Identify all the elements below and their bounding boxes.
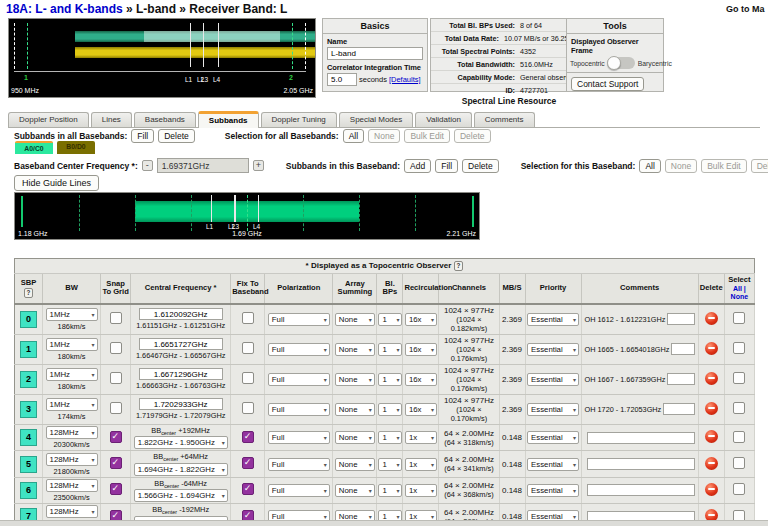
comment-input[interactable] xyxy=(667,313,694,325)
comment-input[interactable] xyxy=(587,458,695,470)
polarization-select[interactable]: Full▾ xyxy=(268,343,330,356)
priority-select[interactable]: Essential▾ xyxy=(527,431,579,444)
fix-to-baseband-checkbox[interactable] xyxy=(242,372,254,384)
delete-selection-button[interactable]: Delete xyxy=(454,129,491,143)
bandwidth-select[interactable]: 1MHz▾ xyxy=(46,308,98,321)
sbp-help-icon[interactable]: ? xyxy=(24,288,34,298)
fix-to-baseband-checkbox[interactable] xyxy=(242,431,254,443)
comment-input[interactable] xyxy=(587,432,695,444)
snap-to-grid-checkbox[interactable] xyxy=(110,372,122,384)
array-summing-select[interactable]: None▾ xyxy=(335,373,375,386)
select-row-checkbox[interactable] xyxy=(733,372,745,384)
tab-subbands[interactable]: Subbands xyxy=(198,111,259,128)
subband-number-badge[interactable]: 6 xyxy=(20,482,37,499)
fix-to-baseband-checkbox[interactable] xyxy=(242,342,254,354)
recirculation-select[interactable]: 1x▾ xyxy=(405,484,437,497)
tab-doppler-position[interactable]: Doppler Position xyxy=(8,112,89,127)
tab-doppler-tuning[interactable]: Doppler Tuning xyxy=(261,112,337,127)
fix-to-baseband-checkbox[interactable] xyxy=(242,483,254,495)
frequency-increment-button[interactable]: + xyxy=(253,160,264,171)
delete-button[interactable]: Delete xyxy=(462,159,499,173)
bl-bps-select[interactable]: 1▾ xyxy=(378,313,402,326)
central-frequency-select[interactable]: 1.694GHz - 1.822GHz▾ xyxy=(134,463,228,476)
recirculation-select[interactable]: 16x▾ xyxy=(405,403,437,416)
priority-select[interactable]: Essential▾ xyxy=(527,403,579,416)
polarization-select[interactable]: Full▾ xyxy=(268,484,330,497)
snap-to-grid-checkbox[interactable] xyxy=(110,402,122,414)
array-summing-select[interactable]: None▾ xyxy=(335,403,375,416)
central-frequency-select[interactable]: 1.566GHz - 1.694GHz▾ xyxy=(134,489,228,502)
priority-select[interactable]: Essential▾ xyxy=(527,458,579,471)
snap-to-grid-checkbox[interactable] xyxy=(110,312,122,324)
tab-basebands[interactable]: Basebands xyxy=(134,112,196,127)
snap-to-grid-checkbox[interactable] xyxy=(110,342,122,354)
select-none-link[interactable]: None xyxy=(731,293,749,300)
observer-frame-toggle[interactable] xyxy=(607,57,635,69)
bl-bps-select[interactable]: 1▾ xyxy=(378,373,402,386)
priority-select[interactable]: Essential▾ xyxy=(527,313,579,326)
select-row-checkbox[interactable] xyxy=(733,431,745,443)
fill-button[interactable]: Fill xyxy=(435,159,458,173)
delete-subband-icon[interactable] xyxy=(705,457,718,470)
baseband-tab-b0d0[interactable]: B0/D0 xyxy=(57,141,95,154)
frequency-decrement-button[interactable]: - xyxy=(142,160,153,171)
bandwidth-select[interactable]: 128MHz▾ xyxy=(46,426,98,439)
subband-number-badge[interactable]: 0 xyxy=(20,311,37,328)
bl-bps-select[interactable]: 1▾ xyxy=(378,431,402,444)
recirculation-select[interactable]: 16x▾ xyxy=(405,373,437,386)
polarization-select[interactable]: Full▾ xyxy=(268,403,330,416)
select-none-baseband-button[interactable]: None xyxy=(665,159,697,173)
delete-selection-baseband-button[interactable]: Delete xyxy=(751,159,768,173)
bulk-edit-button[interactable]: Bulk Edit xyxy=(404,129,450,143)
select-all-baseband-button[interactable]: All xyxy=(639,159,660,173)
delete-subband-icon[interactable] xyxy=(705,372,718,385)
bandwidth-select[interactable]: 128MHz▾ xyxy=(46,479,98,492)
recirculation-select[interactable]: 1x▾ xyxy=(405,458,437,471)
bandwidth-select[interactable]: 1MHz▾ xyxy=(46,338,98,351)
array-summing-select[interactable]: None▾ xyxy=(335,484,375,497)
hide-guide-lines-button[interactable]: Hide Guide Lines xyxy=(14,175,99,191)
bandwidth-select[interactable]: 128MHz▾ xyxy=(46,505,98,518)
delete-subband-icon[interactable] xyxy=(705,402,718,415)
recirculation-select[interactable]: 16x▾ xyxy=(405,343,437,356)
bandwidth-select[interactable]: 1MHz▾ xyxy=(46,398,98,411)
recirculation-select[interactable]: 16x▾ xyxy=(405,313,437,326)
priority-select[interactable]: Essential▾ xyxy=(527,343,579,356)
integration-time-input[interactable] xyxy=(327,73,357,86)
central-frequency-select[interactable]: 1.822GHz - 1.950GHz▾ xyxy=(134,436,228,449)
select-row-checkbox[interactable] xyxy=(733,457,745,469)
bl-bps-select[interactable]: 1▾ xyxy=(378,403,402,416)
fix-to-baseband-checkbox[interactable] xyxy=(242,312,254,324)
tab-validation[interactable]: Validation xyxy=(415,112,472,127)
select-all-button[interactable]: All xyxy=(343,129,364,143)
select-none-button[interactable]: None xyxy=(368,129,400,143)
array-summing-select[interactable]: None▾ xyxy=(335,458,375,471)
snap-to-grid-checkbox[interactable] xyxy=(110,431,122,443)
bl-bps-select[interactable]: 1▾ xyxy=(378,343,402,356)
baseband-center-frequency-value[interactable]: 1.69371GHz xyxy=(157,158,249,173)
polarization-select[interactable]: Full▾ xyxy=(268,313,330,326)
select-row-checkbox[interactable] xyxy=(733,312,745,324)
tab-lines[interactable]: Lines xyxy=(91,112,132,127)
subband-number-badge[interactable]: 3 xyxy=(20,401,37,418)
bandwidth-select[interactable]: 128MHz▾ xyxy=(46,453,98,466)
fill-all-button[interactable]: Fill xyxy=(131,129,154,143)
array-summing-select[interactable]: None▾ xyxy=(335,343,375,356)
comment-input[interactable] xyxy=(667,373,694,385)
select-row-checkbox[interactable] xyxy=(733,402,745,414)
central-frequency-input[interactable] xyxy=(139,308,223,320)
fix-to-baseband-checkbox[interactable] xyxy=(242,457,254,469)
comment-input[interactable] xyxy=(587,484,695,496)
bl-bps-select[interactable]: 1▾ xyxy=(378,484,402,497)
add-button[interactable]: Add xyxy=(404,159,431,173)
tab-comments[interactable]: Comments xyxy=(474,112,535,127)
project-link[interactable]: 18A: L- and K-bands xyxy=(6,2,123,16)
baseband-tab-a0c0[interactable]: A0/C0 xyxy=(15,141,53,154)
polarization-select[interactable]: Full▾ xyxy=(268,431,330,444)
fix-to-baseband-checkbox[interactable] xyxy=(242,402,254,414)
central-frequency-input[interactable] xyxy=(139,368,223,380)
subband-number-badge[interactable]: 5 xyxy=(20,456,37,473)
recirculation-select[interactable]: 1x▾ xyxy=(405,431,437,444)
polarization-select[interactable]: Full▾ xyxy=(268,373,330,386)
go-to-link[interactable]: Go to Ma xyxy=(726,4,765,14)
